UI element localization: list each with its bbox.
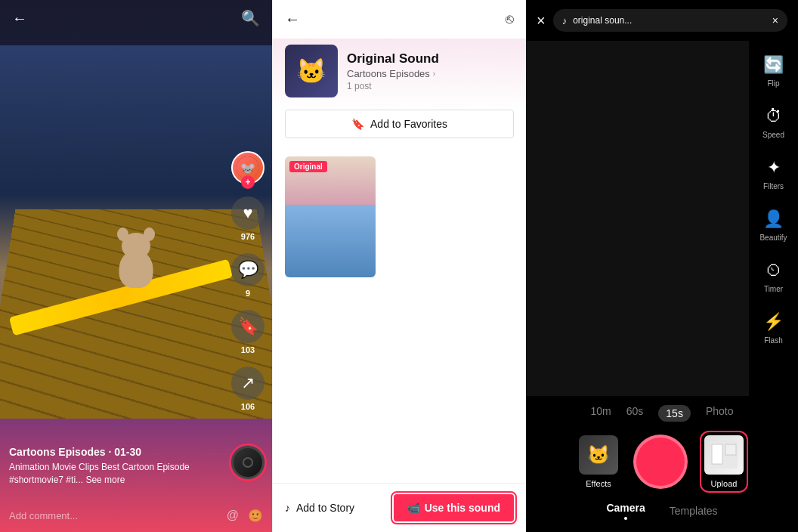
timer-tool[interactable]: ⏲ Timer bbox=[762, 252, 786, 299]
creator-avatar-container[interactable]: 🐭 + bbox=[231, 151, 264, 184]
camera-main-content: 🔄 Flip ⏱ Speed ✦ Filters 👤 Beautify ⏲ Ti… bbox=[526, 41, 798, 396]
sound-videos-grid: Original bbox=[273, 150, 526, 483]
upload-thumbnail bbox=[704, 435, 744, 475]
sound-title: Original Sound bbox=[347, 51, 514, 66]
upload-button[interactable]: Upload bbox=[703, 434, 745, 490]
music-note-icon: ♪ bbox=[562, 15, 568, 26]
share-icon: ↗ bbox=[231, 367, 264, 400]
sound-creator[interactable]: Cartoons Episodes › bbox=[347, 68, 514, 79]
feed-info: Cartoons Episodes · 01-30 Animation Movi… bbox=[9, 446, 227, 487]
feed-sidebar: 🐭 + ♥ 976 💬 9 🔖 103 ↗ 106 bbox=[231, 151, 264, 411]
share-count: 106 bbox=[241, 402, 255, 411]
sound-footer: ♪ Add to Story 📹 Use this sound bbox=[273, 483, 526, 532]
upload-thumb-svg bbox=[710, 441, 738, 469]
time-option-60s[interactable]: 60s bbox=[626, 405, 644, 422]
music-disc-inner bbox=[243, 457, 253, 468]
capture-button[interactable] bbox=[633, 435, 688, 489]
filters-label: Filters bbox=[763, 182, 784, 190]
comment-count: 9 bbox=[246, 289, 250, 298]
comment-actions: @ 🙂 bbox=[227, 509, 263, 523]
add-to-story-button[interactable]: ♪ Add to Story bbox=[285, 502, 354, 514]
video-thumbnail[interactable]: Original bbox=[285, 156, 376, 277]
camera-panel: × ♪ original soun... × 🔄 Flip ⏱ Speed ✦ … bbox=[526, 0, 798, 532]
video-description: Animation Movie Clips Best Cartoon Episo… bbox=[9, 461, 227, 487]
camera-nav: Camera Templates bbox=[538, 502, 786, 520]
remove-sound-button[interactable]: × bbox=[772, 14, 778, 26]
mention-icon[interactable]: @ bbox=[227, 509, 239, 523]
bookmark-icon: 🔖 bbox=[231, 310, 264, 343]
timer-icon: ⏲ bbox=[762, 258, 786, 283]
time-option-15s[interactable]: 15s bbox=[658, 405, 691, 422]
flash-icon: ⚡ bbox=[762, 310, 786, 334]
time-selector: 10m 60s 15s Photo bbox=[538, 405, 786, 422]
camera-top-bar: × ♪ original soun... × bbox=[526, 0, 798, 41]
music-disc[interactable] bbox=[231, 446, 264, 479]
flash-tool[interactable]: ⚡ Flash bbox=[762, 304, 786, 351]
sound-album-art: 🐱 bbox=[285, 45, 338, 97]
add-story-label: Add to Story bbox=[296, 502, 354, 514]
sound-info-section: 🐱 Original Sound Cartoons Episodes › 1 p… bbox=[273, 39, 526, 110]
bookmark-count: 103 bbox=[241, 345, 255, 354]
music-note-icon: ♪ bbox=[285, 502, 290, 514]
sound-details: Original Sound Cartoons Episodes › 1 pos… bbox=[347, 51, 514, 91]
use-sound-label: Use this sound bbox=[425, 502, 500, 514]
effects-button[interactable]: 🐱 Effects bbox=[579, 435, 618, 488]
capture-button-inner bbox=[639, 441, 682, 483]
timer-label: Timer bbox=[764, 285, 783, 293]
flash-label: Flash bbox=[764, 336, 782, 345]
share-button[interactable]: ↗ 106 bbox=[231, 367, 264, 411]
effects-label: Effects bbox=[586, 479, 611, 488]
filters-icon: ✦ bbox=[762, 156, 786, 180]
add-favorites-label: Add to Favorites bbox=[370, 118, 447, 130]
follow-plus-badge: + bbox=[241, 175, 255, 189]
nav-camera-item[interactable]: Camera bbox=[606, 502, 645, 520]
beautify-tool[interactable]: 👤 Beautify bbox=[759, 201, 787, 248]
like-button[interactable]: ♥ 976 bbox=[231, 196, 264, 241]
comment-icon: 💬 bbox=[231, 253, 264, 286]
heart-icon: ♥ bbox=[231, 196, 264, 230]
creator-username: Cartoons Episodes · 01-30 bbox=[9, 446, 227, 458]
sound-name-label: original soun... bbox=[573, 15, 632, 26]
beautify-icon: 👤 bbox=[761, 207, 785, 231]
camera-action-row: 🐱 Effects Upload bbox=[538, 434, 786, 490]
camera-nav-label: Camera bbox=[606, 502, 645, 514]
sound-share-icon[interactable]: ⎋ bbox=[506, 11, 514, 27]
search-icon[interactable]: 🔍 bbox=[241, 9, 260, 27]
time-option-10m[interactable]: 10m bbox=[591, 405, 611, 422]
comment-placeholder: Add comment... bbox=[9, 510, 78, 521]
speed-label: Speed bbox=[762, 131, 784, 139]
video-camera-icon: 📹 bbox=[407, 502, 420, 514]
speed-tool[interactable]: ⏱ Speed bbox=[762, 98, 786, 145]
svg-rect-2 bbox=[712, 444, 722, 464]
filters-tool[interactable]: ✦ Filters bbox=[762, 150, 786, 196]
camera-bottom: 10m 60s 15s Photo 🐱 Effects bbox=[526, 396, 798, 532]
sound-back-button[interactable]: ← bbox=[285, 11, 300, 28]
camera-sound-pill[interactable]: ♪ original soun... × bbox=[553, 9, 787, 32]
back-button[interactable]: ← bbox=[12, 10, 27, 27]
svg-rect-1 bbox=[725, 444, 736, 455]
emoji-icon[interactable]: 🙂 bbox=[248, 509, 263, 523]
use-sound-button[interactable]: 📹 Use this sound bbox=[394, 494, 514, 521]
original-badge: Original bbox=[289, 161, 327, 172]
flip-label: Flip bbox=[767, 79, 779, 88]
bookmark-button[interactable]: 🔖 103 bbox=[231, 310, 264, 354]
templates-nav-label: Templates bbox=[670, 505, 718, 517]
comment-bar[interactable]: Add comment... @ 🙂 bbox=[9, 509, 263, 523]
flip-tool[interactable]: 🔄 Flip bbox=[762, 47, 786, 94]
add-favorites-button[interactable]: 🔖 Add to Favorites bbox=[285, 110, 514, 138]
feed-header: ← 🔍 bbox=[0, 0, 272, 36]
thumb-water bbox=[285, 205, 376, 277]
comment-button[interactable]: 💬 9 bbox=[231, 253, 264, 298]
jerry-body bbox=[119, 250, 153, 288]
feed-panel: ← 🔍 🐭 + ♥ 976 💬 9 🔖 103 ↗ 106 bbox=[0, 0, 272, 532]
effects-thumbnail: 🐱 bbox=[579, 435, 618, 475]
camera-close-button[interactable]: × bbox=[537, 12, 546, 29]
flip-icon: 🔄 bbox=[762, 53, 786, 77]
sound-panel: ← ⎋ 🐱 Original Sound Cartoons Episodes ›… bbox=[272, 0, 526, 532]
album-art-emoji: 🐱 bbox=[296, 57, 326, 85]
effects-emoji: 🐱 bbox=[587, 444, 610, 466]
time-option-photo[interactable]: Photo bbox=[706, 405, 734, 422]
active-nav-dot bbox=[624, 517, 627, 520]
nav-templates-item[interactable]: Templates bbox=[670, 505, 718, 517]
speed-icon: ⏱ bbox=[762, 104, 786, 128]
